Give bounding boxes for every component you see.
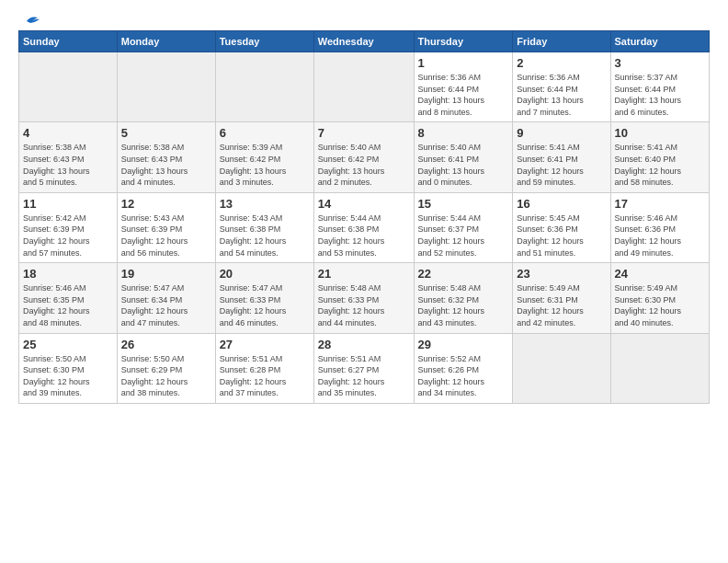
day-number: 6 <box>220 126 310 140</box>
day-number: 16 <box>517 197 606 211</box>
day-info: Sunrise: 5:37 AM Sunset: 6:44 PM Dayligh… <box>615 72 705 118</box>
calendar-cell: 19Sunrise: 5:47 AM Sunset: 6:34 PM Dayli… <box>117 263 215 333</box>
day-info: Sunrise: 5:50 AM Sunset: 6:30 PM Dayligh… <box>23 353 113 399</box>
page: SundayMondayTuesdayWednesdayThursdayFrid… <box>0 0 728 563</box>
logo <box>18 14 40 25</box>
day-info: Sunrise: 5:46 AM Sunset: 6:35 PM Dayligh… <box>23 282 113 328</box>
day-number: 5 <box>121 126 211 140</box>
day-info: Sunrise: 5:38 AM Sunset: 6:43 PM Dayligh… <box>23 142 113 188</box>
day-info: Sunrise: 5:38 AM Sunset: 6:43 PM Dayligh… <box>121 142 211 188</box>
day-info: Sunrise: 5:48 AM Sunset: 6:33 PM Dayligh… <box>318 282 410 328</box>
calendar-week-row: 25Sunrise: 5:50 AM Sunset: 6:30 PM Dayli… <box>19 333 710 403</box>
calendar-header-sunday: Sunday <box>19 31 118 52</box>
calendar-cell: 17Sunrise: 5:46 AM Sunset: 6:36 PM Dayli… <box>610 192 709 262</box>
day-number: 15 <box>418 197 509 211</box>
day-number: 25 <box>23 338 113 351</box>
day-number: 17 <box>615 197 705 211</box>
day-number: 22 <box>418 267 509 281</box>
calendar-table: SundayMondayTuesdayWednesdayThursdayFrid… <box>18 30 710 404</box>
calendar-cell: 9Sunrise: 5:41 AM Sunset: 6:41 PM Daylig… <box>513 122 610 192</box>
day-number: 19 <box>121 267 211 281</box>
calendar-week-row: 1Sunrise: 5:36 AM Sunset: 6:44 PM Daylig… <box>19 52 710 122</box>
calendar-cell: 1Sunrise: 5:36 AM Sunset: 6:44 PM Daylig… <box>414 52 513 122</box>
day-number: 11 <box>23 197 113 211</box>
day-info: Sunrise: 5:47 AM Sunset: 6:33 PM Dayligh… <box>220 282 310 328</box>
calendar-cell: 22Sunrise: 5:48 AM Sunset: 6:32 PM Dayli… <box>414 263 513 333</box>
day-info: Sunrise: 5:48 AM Sunset: 6:32 PM Dayligh… <box>418 282 509 328</box>
calendar-cell: 12Sunrise: 5:43 AM Sunset: 6:39 PM Dayli… <box>117 192 215 262</box>
day-number: 4 <box>23 126 113 140</box>
calendar-cell: 2Sunrise: 5:36 AM Sunset: 6:44 PM Daylig… <box>513 52 610 122</box>
day-number: 26 <box>121 338 211 351</box>
day-info: Sunrise: 5:44 AM Sunset: 6:37 PM Dayligh… <box>418 213 509 259</box>
day-info: Sunrise: 5:44 AM Sunset: 6:38 PM Dayligh… <box>318 213 410 259</box>
calendar-cell: 29Sunrise: 5:52 AM Sunset: 6:26 PM Dayli… <box>414 333 513 403</box>
day-info: Sunrise: 5:50 AM Sunset: 6:29 PM Dayligh… <box>121 353 211 399</box>
calendar-cell: 11Sunrise: 5:42 AM Sunset: 6:39 PM Dayli… <box>19 192 118 262</box>
day-info: Sunrise: 5:36 AM Sunset: 6:44 PM Dayligh… <box>517 72 606 118</box>
day-number: 7 <box>318 126 410 140</box>
day-number: 14 <box>318 197 410 211</box>
day-info: Sunrise: 5:41 AM Sunset: 6:40 PM Dayligh… <box>615 142 705 188</box>
calendar-cell <box>19 52 118 122</box>
day-number: 28 <box>318 338 410 351</box>
day-info: Sunrise: 5:41 AM Sunset: 6:41 PM Dayligh… <box>517 142 606 188</box>
day-number: 8 <box>418 126 509 140</box>
calendar-cell: 18Sunrise: 5:46 AM Sunset: 6:35 PM Dayli… <box>19 263 118 333</box>
calendar-cell: 4Sunrise: 5:38 AM Sunset: 6:43 PM Daylig… <box>19 122 118 192</box>
day-number: 12 <box>121 197 211 211</box>
day-info: Sunrise: 5:49 AM Sunset: 6:30 PM Dayligh… <box>615 282 705 328</box>
calendar-cell: 5Sunrise: 5:38 AM Sunset: 6:43 PM Daylig… <box>117 122 215 192</box>
calendar-cell: 21Sunrise: 5:48 AM Sunset: 6:33 PM Dayli… <box>313 263 414 333</box>
calendar-cell: 25Sunrise: 5:50 AM Sunset: 6:30 PM Dayli… <box>19 333 118 403</box>
calendar-cell: 13Sunrise: 5:43 AM Sunset: 6:38 PM Dayli… <box>215 192 313 262</box>
day-number: 13 <box>220 197 310 211</box>
calendar-cell: 3Sunrise: 5:37 AM Sunset: 6:44 PM Daylig… <box>610 52 709 122</box>
day-info: Sunrise: 5:46 AM Sunset: 6:36 PM Dayligh… <box>615 213 705 259</box>
calendar-cell: 16Sunrise: 5:45 AM Sunset: 6:36 PM Dayli… <box>513 192 610 262</box>
day-number: 3 <box>615 56 705 70</box>
calendar-cell: 26Sunrise: 5:50 AM Sunset: 6:29 PM Dayli… <box>117 333 215 403</box>
calendar-header-tuesday: Tuesday <box>215 31 313 52</box>
day-info: Sunrise: 5:47 AM Sunset: 6:34 PM Dayligh… <box>121 282 211 328</box>
calendar-week-row: 11Sunrise: 5:42 AM Sunset: 6:39 PM Dayli… <box>19 192 710 262</box>
calendar-cell: 27Sunrise: 5:51 AM Sunset: 6:28 PM Dayli… <box>215 333 313 403</box>
day-number: 9 <box>517 126 606 140</box>
logo-bird-icon <box>19 14 40 29</box>
calendar-cell <box>610 333 709 403</box>
day-info: Sunrise: 5:39 AM Sunset: 6:42 PM Dayligh… <box>220 142 310 188</box>
day-info: Sunrise: 5:43 AM Sunset: 6:39 PM Dayligh… <box>121 213 211 259</box>
calendar-cell: 24Sunrise: 5:49 AM Sunset: 6:30 PM Dayli… <box>610 263 709 333</box>
day-info: Sunrise: 5:51 AM Sunset: 6:28 PM Dayligh… <box>220 353 310 399</box>
day-number: 24 <box>615 267 705 281</box>
calendar-cell <box>215 52 313 122</box>
calendar-cell: 8Sunrise: 5:40 AM Sunset: 6:41 PM Daylig… <box>414 122 513 192</box>
calendar-cell: 20Sunrise: 5:47 AM Sunset: 6:33 PM Dayli… <box>215 263 313 333</box>
day-info: Sunrise: 5:40 AM Sunset: 6:41 PM Dayligh… <box>418 142 509 188</box>
day-number: 23 <box>517 267 606 281</box>
calendar-header-saturday: Saturday <box>610 31 709 52</box>
calendar-cell <box>117 52 215 122</box>
calendar-header-wednesday: Wednesday <box>313 31 414 52</box>
day-number: 20 <box>220 267 310 281</box>
calendar-week-row: 18Sunrise: 5:46 AM Sunset: 6:35 PM Dayli… <box>19 263 710 333</box>
calendar-header-friday: Friday <box>513 31 610 52</box>
calendar-cell: 14Sunrise: 5:44 AM Sunset: 6:38 PM Dayli… <box>313 192 414 262</box>
day-info: Sunrise: 5:43 AM Sunset: 6:38 PM Dayligh… <box>220 213 310 259</box>
calendar-cell: 10Sunrise: 5:41 AM Sunset: 6:40 PM Dayli… <box>610 122 709 192</box>
day-number: 2 <box>517 56 606 70</box>
day-info: Sunrise: 5:49 AM Sunset: 6:31 PM Dayligh… <box>517 282 606 328</box>
calendar-cell: 28Sunrise: 5:51 AM Sunset: 6:27 PM Dayli… <box>313 333 414 403</box>
calendar-cell <box>313 52 414 122</box>
day-number: 29 <box>418 338 509 351</box>
day-info: Sunrise: 5:40 AM Sunset: 6:42 PM Dayligh… <box>318 142 410 188</box>
day-number: 1 <box>418 56 509 70</box>
header <box>18 14 710 25</box>
day-info: Sunrise: 5:42 AM Sunset: 6:39 PM Dayligh… <box>23 213 113 259</box>
day-info: Sunrise: 5:51 AM Sunset: 6:27 PM Dayligh… <box>318 353 410 399</box>
day-number: 10 <box>615 126 705 140</box>
day-number: 18 <box>23 267 113 281</box>
day-info: Sunrise: 5:52 AM Sunset: 6:26 PM Dayligh… <box>418 353 509 399</box>
calendar-cell: 7Sunrise: 5:40 AM Sunset: 6:42 PM Daylig… <box>313 122 414 192</box>
day-info: Sunrise: 5:45 AM Sunset: 6:36 PM Dayligh… <box>517 213 606 259</box>
